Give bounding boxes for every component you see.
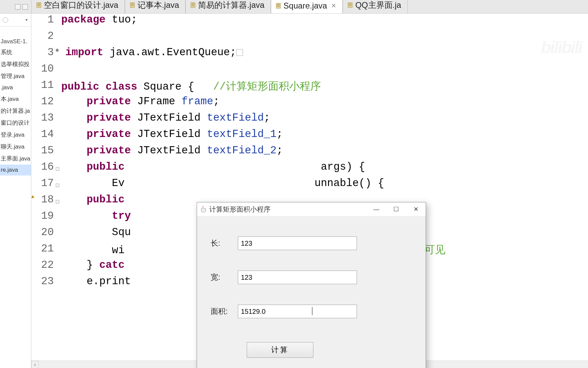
java-file-icon — [348, 2, 353, 8]
code-text[interactable]: public args) { — [60, 161, 365, 173]
tab-label: Square.java — [283, 1, 327, 11]
explorer-file-item[interactable]: 窗口的设计 — [0, 117, 31, 129]
code-line[interactable]: 16- public args) { — [31, 161, 588, 177]
java-icon — [200, 206, 207, 212]
java-file-icon — [191, 2, 195, 8]
tab-close-icon[interactable]: ✕ — [330, 2, 336, 10]
explorer-file-item[interactable]: 系统 — [0, 46, 31, 58]
code-line[interactable]: 13 private JTextField textField; — [31, 112, 588, 128]
explorer-file-item[interactable]: 选举模拟投 — [0, 58, 31, 70]
width-input[interactable] — [238, 271, 357, 284]
minimize-button[interactable]: — — [366, 202, 386, 216]
explorer-file-item[interactable]: .java — [0, 82, 31, 93]
explorer-file-item[interactable]: 主界面.java — [0, 153, 31, 165]
code-text[interactable]: public — [60, 194, 125, 205]
main-area: ▼ JavaSE-1. 系统选举模拟投管理.java.java本.java的计算… — [0, 14, 588, 368]
jre-library-node[interactable]: JavaSE-1. — [0, 37, 31, 46]
line-number: 15 — [34, 144, 55, 156]
editor-tab[interactable]: Square.java✕ — [271, 0, 343, 13]
code-line[interactable]: 10 — [31, 63, 588, 79]
code-text[interactable]: e.print — [60, 275, 131, 287]
line-number: 18 — [34, 194, 55, 205]
line-number: 1 — [34, 14, 55, 26]
code-line[interactable]: 3●import java.awt.EventQueue; — [31, 46, 588, 63]
fold-toggle-icon[interactable]: - — [56, 200, 59, 203]
line-number: 19 — [34, 210, 55, 222]
tabs-container: 空白窗口的设计.java记事本.java简易的计算器.javaSquare.ja… — [31, 0, 588, 13]
code-line[interactable]: 14 private JTextField textField_1; — [31, 128, 588, 144]
text-caret — [312, 307, 312, 315]
line-number: 16 — [34, 161, 55, 173]
line-number: 23 — [34, 275, 55, 287]
tab-label: 记事本.java — [137, 0, 179, 11]
editor-tab-strip: 空白窗口的设计.java记事本.java简易的计算器.javaSquare.ja… — [0, 0, 588, 14]
line-number: 14 — [34, 128, 55, 140]
package-explorer: ▼ JavaSE-1. 系统选举模拟投管理.java.java本.java的计算… — [0, 14, 31, 368]
toolbar-icon-b[interactable] — [22, 4, 28, 10]
editor-tab[interactable]: 空白窗口的设计.java — [31, 0, 125, 13]
code-text[interactable]: private JTextField textField_2; — [60, 144, 283, 156]
gear-icon[interactable] — [3, 17, 8, 23]
dialog-body: 长: 宽: 面积: 计算 — [197, 216, 426, 365]
fold-toggle-icon[interactable]: - — [56, 184, 59, 187]
code-text[interactable]: package tuo; — [60, 14, 137, 26]
length-input[interactable] — [238, 236, 357, 250]
code-line[interactable]: 12 private JFrame frame; — [31, 95, 588, 112]
dialog-titlebar[interactable]: 计算矩形面积小程序 — ☐ ✕ — [197, 202, 426, 216]
editor-tab[interactable]: QQ主界面.ja — [343, 0, 408, 13]
explorer-file-item[interactable]: 聊天.java — [0, 141, 31, 153]
close-button[interactable]: ✕ — [406, 202, 426, 216]
collapse-marker[interactable]: ● — [55, 46, 59, 54]
code-text[interactable]: import java.awt.EventQueue; — [64, 46, 243, 58]
explorer-file-item[interactable]: 本.java — [0, 93, 31, 105]
explorer-file-item[interactable]: 登录.java — [0, 129, 31, 141]
toolbar-left-icons — [0, 0, 31, 13]
line-number: 2 — [34, 30, 55, 42]
tab-label: 空白窗口的设计.java — [44, 0, 118, 11]
tab-label: QQ主界面.ja — [355, 0, 401, 11]
toolbar-icon-a[interactable] — [15, 4, 20, 10]
code-text[interactable]: private JTextField textField; — [60, 112, 270, 124]
java-file-icon — [36, 2, 41, 8]
line-number: 21 — [34, 243, 55, 255]
area-label: 面积: — [211, 306, 238, 317]
explorer-file-item[interactable]: 管理.java — [0, 70, 31, 82]
code-line[interactable]: 15 private JTextField textField_2; — [31, 144, 588, 161]
line-number: 10 — [34, 63, 55, 75]
java-file-icon — [130, 2, 135, 8]
maximize-button[interactable]: ☐ — [386, 202, 406, 216]
editor-tab[interactable]: 简易的计算器.java — [185, 0, 271, 13]
line-number: 12 — [34, 95, 55, 107]
explorer-header: ▼ — [0, 14, 31, 27]
line-number: 22 — [34, 259, 55, 271]
code-line[interactable]: 11public class Square { //计算矩形面积小程序 — [31, 79, 588, 95]
code-text[interactable]: } catc — [60, 259, 125, 271]
dialog-title: 计算矩形面积小程序 — [209, 205, 271, 214]
code-text[interactable]: public class Square { //计算矩形面积小程序 — [60, 79, 321, 93]
area-output[interactable] — [238, 305, 357, 318]
code-editor[interactable]: bilibili 1package tuo;23●import java.awt… — [31, 14, 588, 368]
code-line[interactable]: 2 — [31, 30, 588, 46]
fold-toggle-icon[interactable]: - — [56, 167, 59, 171]
scroll-left-arrow[interactable]: ‹ — [31, 361, 39, 368]
width-label: 宽: — [211, 272, 238, 282]
calculate-button[interactable]: 计算 — [247, 342, 313, 358]
line-number: 3 — [34, 46, 55, 58]
tab-label: 简易的计算器.java — [198, 0, 264, 11]
chevron-down-icon[interactable]: ▼ — [25, 18, 28, 22]
editor-tab[interactable]: 记事本.java — [125, 0, 186, 13]
code-text[interactable]: private JFrame frame; — [60, 95, 219, 107]
code-line[interactable]: 1package tuo; — [31, 14, 588, 30]
code-text[interactable]: private JTextField textField_1; — [60, 128, 283, 140]
code-text[interactable]: Ev unnable() { — [60, 177, 384, 189]
code-text[interactable]: try — [60, 210, 131, 222]
java-file-icon — [276, 3, 281, 9]
explorer-file-item[interactable]: re.java — [0, 165, 31, 175]
length-label: 长: — [211, 238, 238, 248]
explorer-file-item[interactable]: 的计算器.ja — [0, 105, 31, 117]
line-number: 20 — [34, 226, 55, 238]
square-app-window: 计算矩形面积小程序 — ☐ ✕ 长: 宽: 面积: — [197, 202, 426, 368]
warning-marker: ▲ — [31, 194, 34, 210]
line-number: 13 — [34, 112, 55, 124]
code-line[interactable]: 17- Ev unnable() { — [31, 177, 588, 194]
